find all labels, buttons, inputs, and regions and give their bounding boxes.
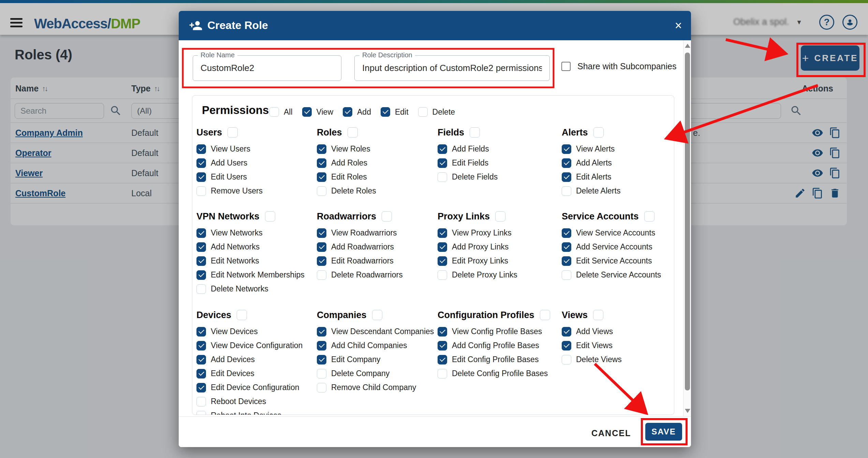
cancel-button[interactable]: CANCEL xyxy=(585,424,638,442)
checkbox[interactable] xyxy=(562,256,571,266)
checkbox[interactable] xyxy=(317,158,326,168)
master-permission[interactable]: View xyxy=(302,107,333,117)
checkbox[interactable] xyxy=(196,411,206,415)
checkbox[interactable] xyxy=(438,228,447,238)
permission-item[interactable]: View Device Configuration xyxy=(196,339,303,353)
permission-item[interactable]: Add Proxy Links xyxy=(438,240,517,254)
permission-item[interactable]: Delete Alerts xyxy=(562,184,620,198)
role-name-input[interactable] xyxy=(193,56,341,81)
checkbox[interactable] xyxy=(317,186,326,196)
checkbox[interactable] xyxy=(196,369,206,378)
permission-item[interactable]: Reboot Into Devices xyxy=(196,409,303,415)
permission-item[interactable]: Add Config Profile Bases xyxy=(438,339,550,353)
checkbox[interactable] xyxy=(196,158,206,168)
group-checkbox[interactable] xyxy=(495,211,505,221)
permission-item[interactable]: Edit Proxy Links xyxy=(438,254,517,268)
checkbox[interactable] xyxy=(317,355,326,364)
close-icon[interactable]: × xyxy=(671,18,686,33)
checkbox[interactable] xyxy=(196,186,206,196)
checkbox[interactable] xyxy=(317,256,326,266)
permission-item[interactable]: Delete Company xyxy=(317,367,434,381)
permission-item[interactable]: Delete Proxy Links xyxy=(438,268,517,282)
checkbox[interactable] xyxy=(317,172,326,182)
checkbox[interactable] xyxy=(196,270,206,280)
checkbox[interactable] xyxy=(317,242,326,252)
checkbox[interactable] xyxy=(317,228,326,238)
checkbox[interactable] xyxy=(196,172,206,182)
modal-scrollbar[interactable] xyxy=(683,40,691,416)
scroll-up-icon[interactable] xyxy=(685,44,690,48)
permission-item[interactable]: View Roadwarriors xyxy=(317,226,403,240)
permission-item[interactable]: Add Service Accounts xyxy=(562,240,661,254)
checkbox[interactable] xyxy=(196,355,206,364)
permission-item[interactable]: Add Roles xyxy=(317,156,376,170)
share-with-subcompanies-option[interactable]: Share with Subcompanies xyxy=(561,61,676,71)
permission-item[interactable]: Remove Child Company xyxy=(317,381,434,395)
permission-item[interactable]: Edit Alerts xyxy=(562,170,620,184)
checkbox[interactable] xyxy=(562,144,571,154)
checkbox[interactable] xyxy=(196,228,206,238)
permission-item[interactable]: Add Networks xyxy=(196,240,305,254)
checkbox[interactable] xyxy=(562,186,571,196)
checkbox[interactable] xyxy=(196,256,206,266)
permission-item[interactable]: Edit Roadwarriors xyxy=(317,254,403,268)
permission-item[interactable]: View Config Profile Bases xyxy=(438,325,550,339)
permission-item[interactable]: Add Views xyxy=(562,325,622,339)
role-description-input[interactable] xyxy=(355,56,549,81)
checkbox[interactable] xyxy=(562,355,571,364)
permission-item[interactable]: Delete Service Accounts xyxy=(562,268,661,282)
checkbox[interactable] xyxy=(269,107,279,117)
checkbox[interactable] xyxy=(317,270,326,280)
permission-item[interactable]: View Users xyxy=(196,142,263,156)
group-checkbox[interactable] xyxy=(593,310,603,320)
permission-item[interactable]: Add Roadwarriors xyxy=(317,240,403,254)
permission-item[interactable]: Edit Views xyxy=(562,339,622,353)
permission-item[interactable]: Edit Config Profile Bases xyxy=(438,353,550,367)
checkbox[interactable] xyxy=(438,172,447,182)
share-checkbox[interactable] xyxy=(561,62,571,71)
checkbox[interactable] xyxy=(196,284,206,294)
checkbox[interactable] xyxy=(562,242,571,252)
permission-item[interactable]: Delete Config Profile Bases xyxy=(438,367,550,381)
master-permission[interactable]: All xyxy=(269,107,293,117)
permission-item[interactable]: Delete Views xyxy=(562,353,622,367)
master-permission[interactable]: Edit xyxy=(381,107,409,117)
checkbox[interactable] xyxy=(438,270,447,280)
checkbox[interactable] xyxy=(562,228,571,238)
permission-item[interactable]: Edit Networks xyxy=(196,254,305,268)
permission-item[interactable]: Edit Service Accounts xyxy=(562,254,661,268)
permission-item[interactable]: View Roles xyxy=(317,142,376,156)
master-permission[interactable]: Delete xyxy=(418,107,455,117)
permission-item[interactable]: Edit Fields xyxy=(438,156,498,170)
checkbox[interactable] xyxy=(196,383,206,392)
checkbox[interactable] xyxy=(317,383,326,392)
permission-item[interactable]: View Alerts xyxy=(562,142,620,156)
scrollbar-thumb[interactable] xyxy=(685,53,690,390)
permission-item[interactable]: View Service Accounts xyxy=(562,226,661,240)
permission-item[interactable]: View Devices xyxy=(196,325,303,339)
group-checkbox[interactable] xyxy=(227,127,238,138)
permission-item[interactable]: Add Devices xyxy=(196,353,303,367)
permission-item[interactable]: Delete Roles xyxy=(317,184,376,198)
group-checkbox[interactable] xyxy=(265,211,275,221)
permission-item[interactable]: View Proxy Links xyxy=(438,226,517,240)
checkbox[interactable] xyxy=(196,341,206,350)
checkbox[interactable] xyxy=(562,158,571,168)
checkbox[interactable] xyxy=(196,397,206,406)
checkbox[interactable] xyxy=(438,355,447,364)
checkbox[interactable] xyxy=(438,256,447,266)
checkbox[interactable] xyxy=(438,341,447,350)
checkbox[interactable] xyxy=(438,144,447,154)
permission-item[interactable]: Add Alerts xyxy=(562,156,620,170)
permission-item[interactable]: Add Users xyxy=(196,156,263,170)
checkbox[interactable] xyxy=(196,242,206,252)
checkbox[interactable] xyxy=(438,158,447,168)
permission-item[interactable]: Edit Roles xyxy=(317,170,376,184)
checkbox[interactable] xyxy=(562,270,571,280)
group-checkbox[interactable] xyxy=(348,127,358,138)
checkbox[interactable] xyxy=(302,107,312,117)
permission-item[interactable]: Reboot Devices xyxy=(196,395,303,409)
checkbox[interactable] xyxy=(438,327,447,337)
permission-item[interactable]: Remove Users xyxy=(196,184,263,198)
permission-item[interactable]: Add Fields xyxy=(438,142,498,156)
